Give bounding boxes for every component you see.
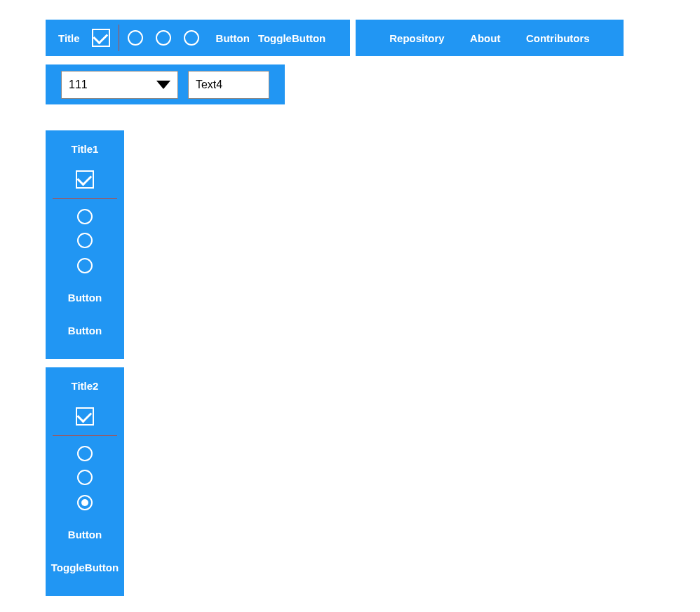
panel1-radio-2[interactable] [77,233,93,248]
separator [53,198,117,199]
panel1-button-2[interactable]: Button [68,325,102,336]
panel1-radio-3[interactable] [77,258,93,273]
panel2-checkbox[interactable] [76,407,94,426]
toolbar-toggle-button[interactable]: ToggleButton [254,32,330,44]
radio-2[interactable] [156,30,171,46]
toolbar-checkbox[interactable] [92,29,110,47]
toolbar-radio-group [128,30,199,46]
top-toolbar-left: Title Button ToggleButton [46,20,350,56]
panel1-checkbox[interactable] [76,170,94,189]
panel2-button[interactable]: Button [68,529,102,540]
panel2-toggle-button[interactable]: ToggleButton [51,562,119,573]
toolbar-button[interactable]: Button [212,32,254,44]
panel1-radio-group-a [77,209,93,248]
panel2-title: Title2 [72,380,99,392]
radio-dot-icon [81,499,88,506]
toolbar-title: Title [58,32,80,44]
panel2-radio-group-b [77,495,93,510]
panel2-radio-3[interactable] [77,495,93,510]
panel2-radio-2[interactable] [77,470,93,485]
input-toolbar: 111 Text4 [46,64,285,104]
vertical-panel-1: Title1 Button Button [46,130,124,359]
separator [119,25,119,51]
check-icon [76,407,92,423]
radio-1[interactable] [128,30,143,46]
panel1-button-1[interactable]: Button [68,292,102,304]
nav-repository[interactable]: Repository [389,32,444,44]
combo-box[interactable]: 111 [61,71,178,99]
chevron-down-icon [156,81,170,89]
radio-3[interactable] [184,30,199,46]
separator [53,435,117,436]
text-value: Text4 [196,79,222,91]
panel1-radio-1[interactable] [77,209,93,224]
panel1-title: Title1 [72,143,99,155]
nav-contributors[interactable]: Contributors [526,32,590,44]
combo-value: 111 [69,79,88,91]
nav-about[interactable]: About [470,32,500,44]
text-input[interactable]: Text4 [188,71,269,99]
vertical-panel-2: Title2 Button ToggleButton [46,367,124,596]
panel1-radio-group-b [77,258,93,273]
check-icon [93,29,108,44]
panel2-radio-1[interactable] [77,446,93,461]
check-icon [76,170,92,186]
top-toolbar-right: Repository About Contributors [356,20,624,56]
panel2-radio-group-a [77,446,93,485]
